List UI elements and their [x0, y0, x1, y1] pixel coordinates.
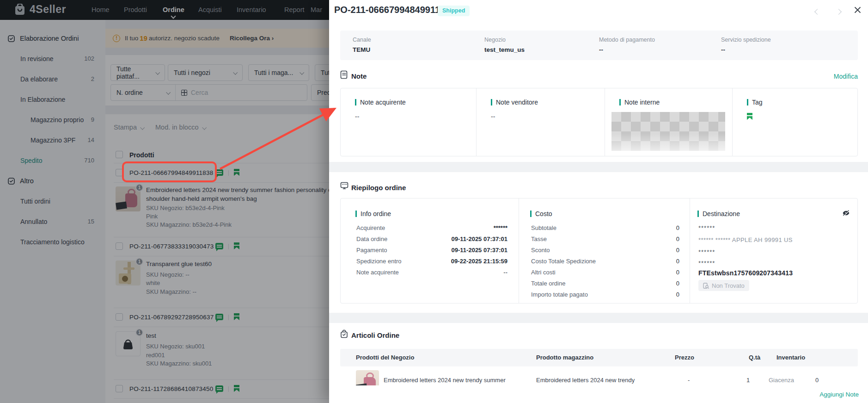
item-qty: 1	[746, 377, 750, 384]
section-separator	[329, 313, 868, 323]
not-found-badge: Non Trovato	[698, 280, 749, 291]
modifica-link[interactable]: Modifica	[834, 73, 858, 80]
order-summary-title: Riepilogo ordine	[351, 184, 406, 192]
tag-bookmark-icon[interactable]	[747, 113, 752, 120]
teal-bar	[355, 211, 357, 217]
app-root: 4Seller Home Prodotti Ordine Acquisti In…	[0, 0, 868, 403]
note-card: Note acquirente -- Note venditore -- Not…	[340, 88, 858, 156]
eye-off-icon[interactable]	[842, 210, 850, 218]
doc-search-icon	[703, 283, 709, 289]
summary-col-destinazione: Destinazione ****** ****** ****** APPLE …	[690, 198, 858, 303]
item-price: -	[688, 377, 690, 384]
order-info-strip: Canale TEMU Negozio test_temu_us Metodo …	[340, 31, 858, 60]
order-detail-drawer: PO-211-06667994849911838 Shipped Canale …	[329, 0, 868, 403]
close-icon[interactable]	[854, 6, 861, 15]
order-summary-card: Info ordine Acquirente ****** Data ordin…	[340, 198, 858, 304]
order-summary-icon	[340, 181, 348, 192]
order-items-title: Articoli Ordine	[351, 331, 399, 339]
teal-bar	[747, 99, 748, 105]
tracking-number[interactable]: FTEstwbsn1757609207343413	[698, 269, 793, 277]
teal-bar	[355, 99, 356, 105]
note-col-tag: Tag	[733, 88, 858, 156]
item-inventory-label: Giacenza	[769, 377, 794, 384]
note-icon	[340, 70, 348, 81]
censored-note-image	[611, 112, 725, 151]
summary-col-info: Info ordine Acquirente ****** Data ordin…	[341, 198, 519, 303]
prev-order-button[interactable]	[815, 7, 821, 13]
note-col-venditore: Note venditore --	[477, 88, 605, 156]
note-section-title: Note	[351, 72, 367, 80]
teal-bar	[491, 99, 492, 105]
item-warehouse-product[interactable]: Embroidered letters 2024 new trendy	[536, 377, 635, 384]
summary-col-costo: Costo Subtotale 0 Tasse 0 Sconto 0 Costo…	[519, 198, 690, 303]
teal-bar	[697, 211, 699, 217]
items-table-header: Prodotti del Negozio Prodotto magazzino …	[340, 349, 858, 366]
item-shop-product[interactable]: Embroidered letters 2024 new trendy summ…	[384, 377, 506, 384]
teal-bar	[530, 211, 532, 217]
drawer-footer: Aggiungi Note	[329, 385, 868, 403]
section-separator	[329, 162, 868, 172]
item-inventory-value: 0	[815, 377, 819, 384]
status-badge: Shipped	[438, 6, 470, 16]
modal-dim-overlay	[0, 0, 329, 403]
order-items-icon	[340, 329, 348, 340]
next-order-button[interactable]	[837, 7, 842, 13]
teal-bar	[619, 99, 621, 105]
add-note-link[interactable]: Aggiungi Note	[819, 391, 859, 398]
note-col-acquirente: Note acquirente --	[341, 88, 477, 156]
